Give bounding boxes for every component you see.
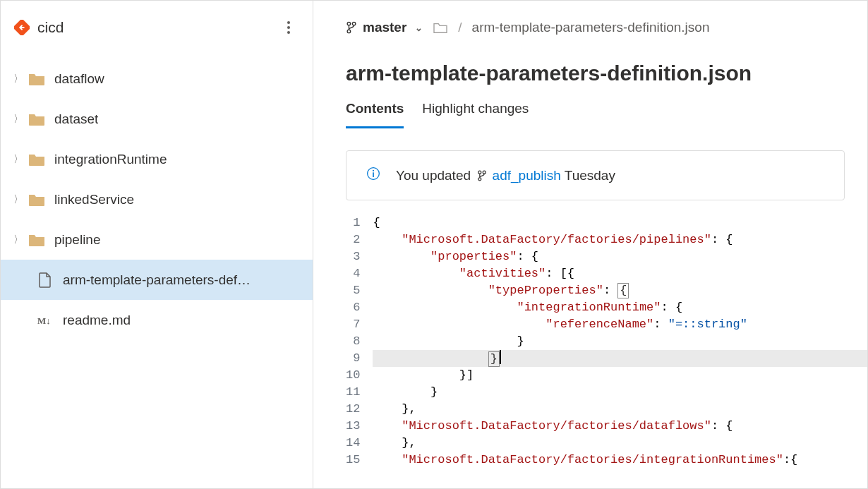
svg-point-13 — [478, 177, 481, 180]
updated-branch-link[interactable]: adf_publish — [493, 168, 561, 183]
file-tree: 〉dataflow〉dataset〉integrationRuntime〉lin… — [1, 59, 313, 340]
branch-name: master — [363, 20, 406, 35]
folder-icon — [28, 152, 46, 167]
breadcrumb-bar: master ⌄ / arm-template-parameters-defin… — [313, 13, 867, 42]
chevron-right-icon: 〉 — [13, 193, 28, 206]
line-number-gutter: 123456789101112131415 — [346, 215, 373, 488]
svg-point-11 — [478, 171, 481, 174]
tree-file[interactable]: arm-template-parameters-def… — [1, 260, 313, 300]
chevron-right-icon: 〉 — [13, 73, 28, 85]
folder-icon — [28, 192, 46, 207]
more-vertical-icon — [287, 21, 290, 34]
tree-folder[interactable]: 〉dataflow — [1, 59, 313, 99]
svg-point-3 — [287, 31, 290, 34]
tab-contents[interactable]: Contents — [346, 101, 404, 128]
tree-item-label: readme.md — [63, 313, 131, 328]
tree-item-label: dataflow — [54, 71, 104, 87]
svg-point-6 — [352, 22, 356, 25]
chevron-right-icon: 〉 — [13, 113, 28, 126]
branch-icon — [346, 21, 357, 34]
main-content: master ⌄ / arm-template-parameters-defin… — [313, 1, 867, 488]
tree-folder[interactable]: 〉integrationRuntime — [1, 139, 313, 179]
tree-file[interactable]: M↓readme.md — [1, 300, 313, 340]
update-info-banner: You updated adf_publish Tuesday — [346, 150, 845, 200]
tab-highlight-changes[interactable]: Highlight changes — [422, 101, 529, 128]
page-title: arm-template-parameters-definition.json — [313, 42, 867, 101]
branch-selector[interactable]: master ⌄ — [346, 20, 423, 35]
tree-item-label: dataset — [54, 111, 98, 127]
chevron-right-icon: 〉 — [13, 153, 28, 166]
folder-icon — [28, 232, 46, 248]
file-icon — [36, 272, 54, 288]
breadcrumb-separator: / — [458, 20, 462, 35]
chevron-right-icon: 〉 — [13, 234, 28, 246]
tree-item-label: linkedService — [54, 192, 134, 207]
tree-folder[interactable]: 〉dataset — [1, 99, 313, 139]
tree-item-label: integrationRuntime — [54, 152, 167, 167]
chevron-down-icon: ⌄ — [415, 23, 423, 33]
svg-point-7 — [347, 30, 351, 33]
markdown-icon: M↓ — [36, 313, 54, 328]
svg-point-12 — [483, 171, 486, 174]
svg-point-5 — [347, 22, 351, 25]
info-icon — [366, 167, 380, 184]
code-area[interactable]: { "Microsoft.DataFactory/factories/pipel… — [373, 215, 867, 488]
folder-icon — [28, 111, 46, 127]
svg-point-2 — [287, 26, 290, 29]
tree-folder[interactable]: 〉linkedService — [1, 179, 313, 219]
tab-bar: ContentsHighlight changes — [313, 101, 867, 129]
repo-name: cicd — [37, 19, 277, 36]
info-text: You updated adf_publish Tuesday — [396, 168, 615, 183]
branch-icon — [477, 170, 487, 181]
tree-folder[interactable]: 〉pipeline — [1, 219, 313, 260]
repo-header: cicd — [1, 8, 313, 59]
folder-icon — [433, 21, 448, 34]
tree-item-label: pipeline — [54, 232, 101, 248]
svg-point-1 — [287, 21, 290, 24]
svg-rect-10 — [373, 172, 374, 177]
file-explorer: cicd 〉dataflow〉dataset〉integrationRuntim… — [1, 1, 313, 488]
svg-text:M↓: M↓ — [37, 315, 51, 326]
folder-icon — [28, 71, 46, 87]
repo-icon — [13, 19, 30, 36]
code-editor[interactable]: 123456789101112131415 { "Microsoft.DataF… — [313, 215, 867, 488]
svg-point-9 — [373, 170, 374, 171]
tree-item-label: arm-template-parameters-def… — [63, 272, 251, 288]
more-actions-button[interactable] — [277, 16, 300, 39]
breadcrumb-file: arm-template-parameters-definition.json — [472, 20, 710, 35]
